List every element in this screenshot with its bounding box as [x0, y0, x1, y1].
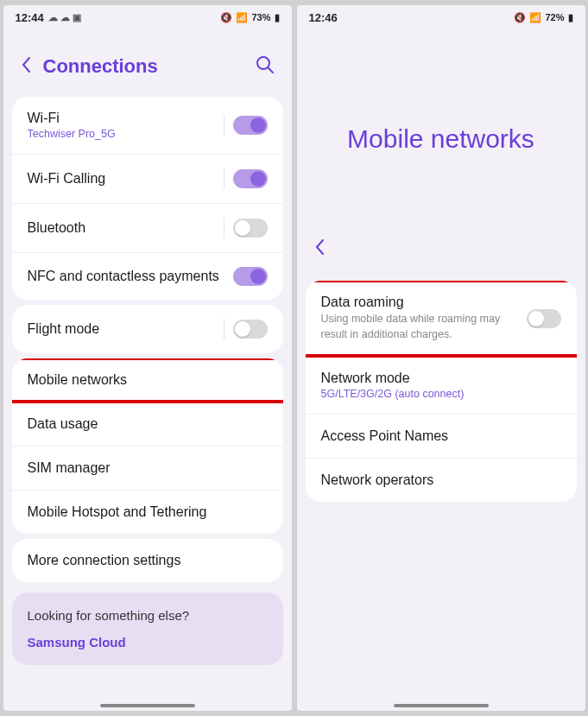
battery-icon: ▮ [275, 12, 280, 23]
settings-card: Mobile networksData usageSIM managerMobi… [12, 358, 283, 534]
battery-label: 72% [545, 12, 564, 22]
toggle-switch[interactable] [233, 169, 268, 188]
mute-icon: 🔇 [220, 12, 232, 23]
list-item[interactable]: Wi-Fi Calling [12, 155, 283, 204]
item-label: Network operators [321, 472, 561, 488]
nav-indicator[interactable] [100, 704, 195, 707]
list-item[interactable]: SIM manager [12, 447, 283, 491]
list-item[interactable]: Data roamingUsing mobile data while roam… [306, 281, 577, 357]
settings-card: Flight mode [12, 305, 283, 353]
list-item[interactable]: Data usage [12, 402, 283, 447]
back-icon[interactable] [314, 240, 325, 259]
status-left-icons: ☁☁▣ [48, 12, 81, 23]
item-label: Network mode [321, 371, 561, 386]
settings-card: Wi-FiTechwiser Pro_5GWi-Fi CallingBlueto… [12, 97, 283, 300]
back-icon[interactable] [21, 56, 31, 78]
toggle-switch[interactable] [233, 116, 268, 135]
item-label: Wi-Fi [28, 111, 224, 126]
signal-icon: 📶 [529, 12, 541, 23]
search-icon[interactable] [256, 55, 275, 78]
battery-icon: ▮ [568, 12, 573, 23]
item-label: Access Point Names [321, 428, 561, 444]
item-subtitle: Techwiser Pro_5G [28, 128, 224, 140]
divider [224, 115, 224, 136]
nav-indicator[interactable] [394, 704, 489, 707]
status-right-icons: 🔇 📶 73% ▮ [220, 12, 279, 23]
list-item[interactable]: Network mode5G/LTE/3G/2G (auto connect) [306, 357, 577, 415]
mute-icon: 🔇 [514, 12, 526, 23]
list-item[interactable]: Mobile networks [12, 358, 283, 402]
status-time: 12:46 [309, 11, 338, 24]
status-bar: 12:44 ☁☁▣ 🔇 📶 73% ▮ [3, 5, 292, 29]
toggle-switch[interactable] [527, 309, 561, 328]
divider [224, 319, 224, 339]
item-subtitle: Using mobile data while roaming may resu… [321, 312, 527, 342]
page-title: Connections [43, 55, 158, 78]
status-right-icons: 🔇 📶 72% ▮ [514, 12, 572, 23]
item-label: Data usage [28, 416, 268, 432]
toggle-switch[interactable] [233, 219, 268, 238]
signal-icon: 📶 [236, 12, 248, 23]
item-label: SIM manager [28, 460, 268, 476]
hero-title: Mobile networks [297, 29, 585, 223]
settings-card: More connection settings [12, 539, 283, 582]
item-label: Data roaming [321, 295, 527, 310]
list-item[interactable]: More connection settings [12, 539, 283, 582]
status-bar: 12:46 🔇 📶 72% ▮ [297, 5, 585, 29]
svg-line-1 [268, 67, 273, 73]
divider [224, 168, 224, 189]
suggestion-card: Looking for something else? Samsung Clou… [12, 592, 283, 665]
item-label: Mobile Hotspot and Tethering [28, 504, 268, 520]
toggle-switch[interactable] [233, 267, 268, 286]
toggle-switch[interactable] [233, 320, 268, 339]
item-subtitle: 5G/LTE/3G/2G (auto connect) [321, 388, 561, 400]
list-item[interactable]: Network operators [306, 459, 577, 502]
item-label: NFC and contactless payments [28, 269, 233, 284]
item-label: Bluetooth [28, 220, 224, 236]
suggestion-link[interactable]: Samsung Cloud [28, 635, 268, 649]
settings-card: Data roamingUsing mobile data while roam… [306, 281, 577, 502]
list-item[interactable]: Bluetooth [12, 204, 283, 253]
battery-label: 73% [251, 12, 270, 22]
list-item[interactable]: Access Point Names [306, 415, 577, 459]
header: Connections [3, 29, 292, 92]
phone-right-mobile-networks: 12:46 🔇 📶 72% ▮ Mobile networks Data roa… [297, 5, 585, 711]
item-label: More connection settings [28, 553, 268, 568]
list-item[interactable]: Wi-FiTechwiser Pro_5G [12, 97, 283, 155]
suggestion-title: Looking for something else? [28, 608, 268, 623]
item-label: Wi-Fi Calling [28, 171, 224, 187]
list-item[interactable]: Flight mode [12, 305, 283, 353]
phone-left-connections: 12:44 ☁☁▣ 🔇 📶 73% ▮ Connections [3, 5, 292, 711]
item-label: Flight mode [28, 321, 224, 337]
item-label: Mobile networks [28, 372, 268, 388]
status-time: 12:44 [16, 11, 44, 24]
divider [224, 218, 224, 238]
list-item[interactable]: Mobile Hotspot and Tethering [12, 491, 283, 534]
list-item[interactable]: NFC and contactless payments [12, 253, 283, 300]
